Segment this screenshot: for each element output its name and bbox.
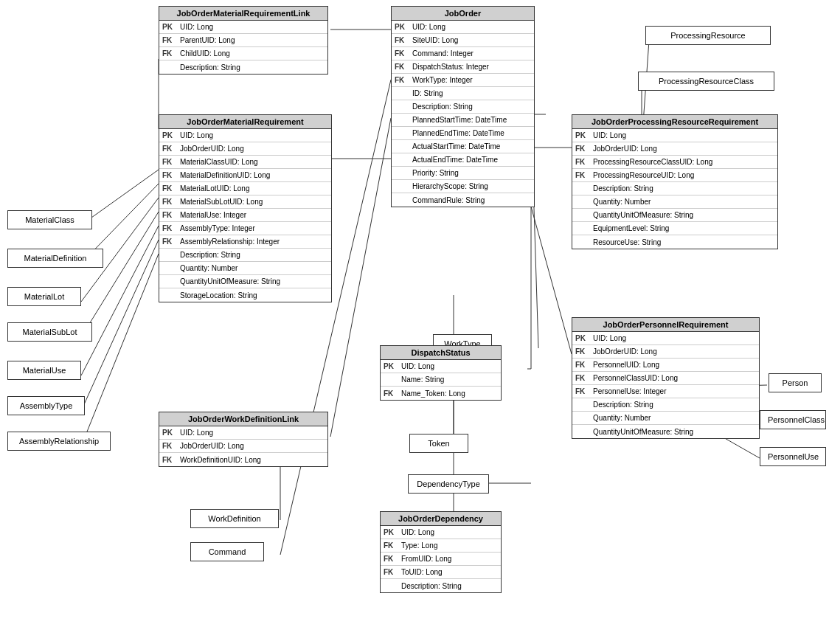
row-jomr-fk-materialsublot: FK MaterialSubLotUID: Long [159,195,331,209]
entity-header-jod: JobOrderDependency [381,512,501,526]
row-jomr-fk-materialuse: FK MaterialUse: Integer [159,209,331,222]
row-jo-plannedend: PlannedEndTime: DateTime [392,127,534,140]
row-joprr-qtyuom: QuantityUnitOfMeasure: String [572,209,777,222]
row-jo-hierarchyscope: HierarchyScope: String [392,180,534,193]
label-assemblytype: AssemblyType [20,401,73,410]
row-fk-parentuid: FK ParentUID: Long [159,34,327,47]
entity-personnelclass: PersonnelClass [760,410,826,429]
entity-header-dispatchstatus: DispatchStatus [381,346,501,360]
label-workdefinition: WorkDefinition [208,514,260,523]
row-jomr-pk-uid: PK UID: Long [159,129,331,142]
row-jopr-fk-personneluse: FK PersonnelUse: Integer [572,385,759,398]
entity-header-jomr: JobOrderMaterialRequirement [159,115,331,129]
entity-materialsublot: MaterialSubLot [7,322,92,342]
label-materialdefinition: MaterialDefinition [24,254,87,263]
row-jopr-qtyuom: QuantityUnitOfMeasure: String [572,425,759,438]
row-jomr-fk-materialdef: FK MaterialDefinitionUID: Long [159,169,331,182]
entity-token: Token [409,434,468,453]
label-materialsublot: MaterialSubLot [23,328,77,336]
label-command: Command [209,547,246,556]
row-jomr-fk-materialclass: FK MaterialClassUID: Long [159,156,331,169]
row-jo-actualend: ActualEndTime: DateTime [392,153,534,167]
entity-header-jopr: JobOrderPersonnelRequirement [572,318,759,332]
row-joprr-fk-jouid: FK JobOrderUID: Long [572,142,777,156]
row-description: Description: String [159,60,327,74]
entity-workdefinition: WorkDefinition [190,509,279,528]
svg-line-5 [81,212,159,337]
label-personneluse: PersonnelUse [768,452,819,461]
label-assemblyrelationship: AssemblyRelationship [19,437,99,446]
label-processingresource: ProcessingResource [670,31,746,40]
row-jopr-fk-personnelclassuid: FK PersonnelClassUID: Long [572,372,759,385]
row-joprr-pk-uid: PK UID: Long [572,129,777,142]
entity-materialuse: MaterialUse [7,361,81,380]
row-jomr-fk-assemblyrel: FK AssemblyRelationship: Integer [159,235,331,249]
entity-assemblytype: AssemblyType [7,396,85,415]
entity-materialclass: MaterialClass [7,210,92,229]
entity-processingresourceclass: ProcessingResourceClass [638,72,774,91]
row-jopr-pk-uid: PK UID: Long [572,332,759,345]
row-joprr-resourceuse: ResourceUse: String [572,235,777,249]
row-jomr-fk-materiallot: FK MaterialLotUID: Long [159,182,331,195]
entity-materiallot: MaterialLot [7,287,81,306]
row-jo-fk-worktype: FK WorkType: Integer [392,74,534,87]
row-fk-childuid: FK ChildUID: Long [159,47,327,60]
row-jopr-description: Description: String [572,398,759,412]
row-jod-pk-uid: PK UID: Long [381,526,501,539]
entity-joborderdependency: JobOrderDependency PK UID: Long FK Type:… [380,511,502,593]
entity-dependencytype: DependencyType [408,474,489,494]
label-person: Person [783,378,808,387]
row-jowdl-fk-wduid: FK WorkDefinitionUID: Long [159,453,327,466]
entity-jowdl: JobOrderWorkDefinitionLink PK UID: Long … [159,412,328,467]
row-jomr-fk-jouid: FK JobOrderUID: Long [159,142,331,156]
row-jopr-fk-personneluid: FK PersonnelUID: Long [572,359,759,372]
diagram-container: JobOrderMaterialRequirementLink PK UID: … [0,0,829,644]
row-ds-fk-nametoken: FK Name_Token: Long [381,387,501,400]
entity-jobordermaterialrequirement: JobOrderMaterialRequirement PK UID: Long… [159,114,332,302]
row-jo-commandrule: CommandRule: String [392,193,534,207]
svg-line-8 [81,254,159,446]
row-jo-fk-command: FK Command: Integer [392,47,534,60]
entity-joprr: JobOrderProcessingResourceRequirement PK… [572,114,778,249]
row-jomr-fk-assemblytype: FK AssemblyType: Integer [159,222,331,235]
svg-line-2 [81,170,159,225]
row-jopr-quantity: Quantity: Number [572,412,759,425]
row-joprr-quantity: Quantity: Number [572,195,777,209]
entity-materialdefinition: MaterialDefinition [7,249,103,268]
label-materialclass: MaterialClass [25,215,74,224]
entity-header-joborder: JobOrder [392,7,534,21]
row-ds-name: Name: String [381,373,501,387]
row-jo-plannedstart: PlannedStartTime: DateTime [392,114,534,127]
row-jod-fk-type: FK Type: Long [381,539,501,553]
row-joprr-description: Description: String [572,182,777,195]
row-jo-actualstart: ActualStartTime: DateTime [392,140,534,153]
entity-header-jowdl: JobOrderWorkDefinitionLink [159,412,327,426]
row-ds-pk-uid: PK UID: Long [381,360,501,373]
row-jod-description: Description: String [381,579,501,592]
label-personnelclass: PersonnelClass [768,415,825,424]
row-jowdl-pk-uid: PK UID: Long [159,426,327,440]
entity-personneluse: PersonnelUse [760,447,826,466]
row-jomr-quantity: Quantity: Number [159,262,331,275]
row-jo-pk-uid: PK UID: Long [392,21,534,34]
row-jowdl-fk-jouid: FK JobOrderUID: Long [159,440,327,453]
row-jo-id: ID: String [392,87,534,100]
row-jo-priority: Priority: String [392,167,534,180]
label-token: Token [428,439,449,448]
entity-dispatchstatus: DispatchStatus PK UID: Long Name: String… [380,345,502,401]
entity-processingresource: ProcessingResource [645,26,771,45]
row-joprr-fk-pruid: FK ProcessingResourceUID: Long [572,169,777,182]
row-jo-fk-siteuid: FK SiteUID: Long [392,34,534,47]
row-joprr-equiplevel: EquipmentLevel: String [572,222,777,235]
row-jomr-qtyuom: QuantityUnitOfMeasure: String [159,275,331,288]
entity-command: Command [190,542,264,561]
label-dependencytype: DependencyType [417,479,480,488]
row-jod-fk-fromuid: FK FromUID: Long [381,553,501,566]
entity-header-joprr: JobOrderProcessingResourceRequirement [572,115,777,129]
svg-line-21 [531,207,572,354]
entity-assemblyrelationship: AssemblyRelationship [7,432,111,451]
entity-jopr: JobOrderPersonnelRequirement PK UID: Lon… [572,317,760,439]
row-jomr-description: Description: String [159,249,331,262]
row-jopr-fk-jouid: FK JobOrderUID: Long [572,345,759,359]
entity-person: Person [769,373,822,392]
